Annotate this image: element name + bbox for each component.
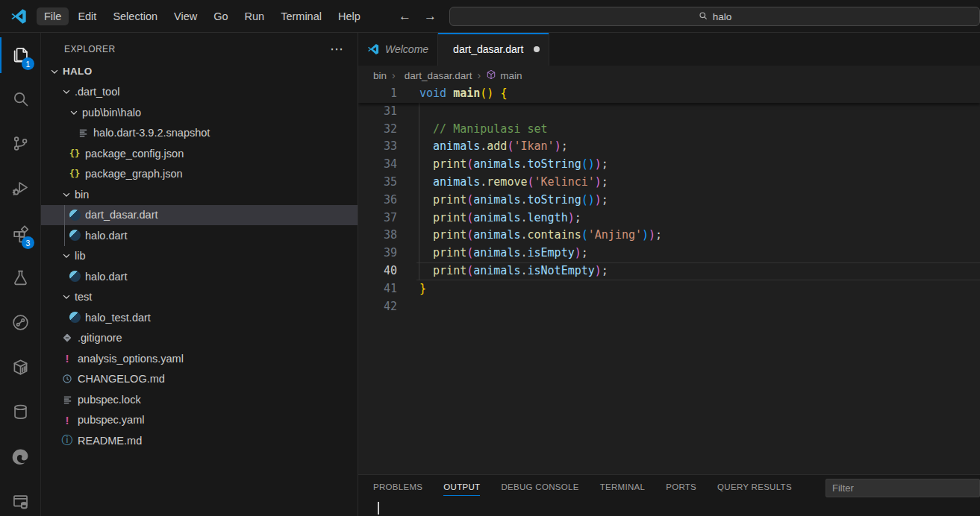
- panel-tab-output[interactable]: OUTPUT: [443, 479, 480, 496]
- menu-item-help[interactable]: Help: [331, 7, 368, 25]
- bottom-panel: PROBLEMSOUTPUTDEBUG CONSOLETERMINALPORTS…: [358, 474, 980, 516]
- code-line-36[interactable]: 36 print(animals.toString());: [358, 192, 980, 210]
- line-number: 39: [358, 245, 416, 262]
- activity-package-explorer[interactable]: [0, 346, 40, 391]
- output-filter-input[interactable]: [825, 479, 980, 497]
- breadcrumb-label: main: [500, 70, 522, 81]
- code-line-38[interactable]: 38 print(animals.contains('Anjing'));: [358, 227, 980, 245]
- tab-dart-dasar.dart[interactable]: dart_dasar.dart: [438, 33, 549, 66]
- sticky-scroll-line[interactable]: 1void main() {: [358, 85, 980, 103]
- tree-item-pubspec.yaml[interactable]: !pubspec.yaml: [41, 410, 358, 431]
- tree-item-dart-dasar.dart[interactable]: dart_dasar.dart: [41, 205, 358, 226]
- tree-item-label: pubspec.lock: [78, 394, 141, 406]
- line-content[interactable]: }: [416, 280, 980, 298]
- vscode-window: FileEditSelectionViewGoRunTerminalHelp ←…: [0, 0, 980, 516]
- tree-item-readme.md[interactable]: ⓘREADME.md: [41, 430, 358, 451]
- views-more-icon[interactable]: ⋯: [330, 41, 344, 57]
- breadcrumb-item-dart-dasar.dart[interactable]: dart_dasar.dart: [401, 70, 472, 81]
- tree-item-pub-bin-halo[interactable]: pub\bin\halo: [41, 102, 358, 123]
- menu-item-view[interactable]: View: [166, 7, 205, 25]
- menu-item-selection[interactable]: Selection: [105, 7, 165, 25]
- line-content[interactable]: animals.add('Ikan');: [416, 138, 980, 156]
- modified-dot-icon[interactable]: [534, 46, 540, 52]
- menu-item-go[interactable]: Go: [206, 7, 235, 25]
- tab-welcome[interactable]: Welcome: [358, 33, 438, 66]
- tree-item-.dart-tool[interactable]: .dart_tool: [41, 82, 358, 103]
- activity-testing[interactable]: [0, 257, 40, 301]
- json-file-icon: {}: [69, 148, 81, 159]
- line-content[interactable]: [416, 298, 980, 316]
- panel-tab-terminal[interactable]: TERMINAL: [600, 479, 646, 496]
- editor-group: Welcomedart_dasar.dart bin›dart_dasar.da…: [358, 33, 980, 516]
- activity-source-control[interactable]: [0, 122, 40, 167]
- yaml-file-icon: !: [61, 352, 73, 365]
- tree-item-package-graph.json[interactable]: {}package_graph.json: [41, 164, 358, 185]
- line-content[interactable]: print(animals.toString());: [416, 156, 980, 174]
- breadcrumb-item-bin[interactable]: bin: [373, 70, 387, 81]
- menu-item-terminal[interactable]: Terminal: [273, 7, 329, 25]
- tree-item-halo.dart-3.9.2.snapshot[interactable]: halo.dart-3.9.2.snapshot: [41, 123, 358, 144]
- breadcrumb-item-main[interactable]: main: [486, 69, 522, 82]
- code-line-40[interactable]: 40 print(animals.isNotEmpty);: [358, 262, 980, 280]
- code-line-33[interactable]: 33 animals.add('Ikan');: [358, 138, 980, 156]
- tree-item-.gitignore[interactable]: .gitignore: [41, 328, 358, 349]
- code-line-41[interactable]: 41}: [358, 280, 980, 298]
- command-center-search[interactable]: halo: [449, 7, 980, 26]
- line-number: 1: [358, 85, 416, 103]
- tree-item-test[interactable]: test: [41, 287, 358, 308]
- code-line-31[interactable]: 31: [358, 103, 980, 121]
- sql-projects-icon: [10, 491, 31, 515]
- activity-edge-devtools[interactable]: [0, 435, 40, 480]
- line-number: 38: [358, 227, 416, 245]
- panel-tab-debug-console[interactable]: DEBUG CONSOLE: [501, 479, 578, 496]
- activity-database[interactable]: [0, 391, 40, 435]
- tree-item-halo.dart[interactable]: halo.dart: [41, 266, 358, 287]
- line-content[interactable]: animals.remove('Kelinci');: [416, 174, 980, 192]
- menu-item-run[interactable]: Run: [237, 7, 272, 25]
- activity-extensions[interactable]: 3: [0, 212, 40, 257]
- line-content[interactable]: print(animals.length);: [416, 210, 980, 227]
- tree-item-package-config.json[interactable]: {}package_config.json: [41, 143, 358, 164]
- code-line-35[interactable]: 35 animals.remove('Kelinci');: [358, 174, 980, 192]
- line-content[interactable]: [416, 103, 980, 121]
- tree-item-pubspec.lock[interactable]: pubspec.lock: [41, 389, 358, 410]
- navigate-back-icon[interactable]: ←: [399, 7, 411, 25]
- line-content[interactable]: // Manipulasi set: [416, 121, 980, 139]
- line-number: 34: [358, 156, 416, 174]
- tree-item-lib[interactable]: lib: [41, 246, 358, 267]
- menu-item-file[interactable]: File: [37, 7, 69, 25]
- explorer-title: EXPLORER: [64, 44, 116, 54]
- code-line-39[interactable]: 39 print(animals.isEmpty);: [358, 245, 980, 262]
- code-editor[interactable]: 1void main() { 3132 // Manipulasi set33 …: [358, 85, 980, 474]
- activity-run-and-debug[interactable]: [0, 167, 40, 212]
- code-line-34[interactable]: 34 print(animals.toString());: [358, 156, 980, 174]
- panel-tab-ports[interactable]: PORTS: [666, 479, 696, 496]
- line-content[interactable]: print(animals.toString());: [416, 192, 980, 210]
- activity-search[interactable]: [0, 78, 40, 122]
- tree-item-halo-test.dart[interactable]: halo_test.dart: [41, 307, 358, 328]
- tree-item-label: pubspec.yaml: [78, 414, 144, 426]
- activity-explorer[interactable]: 1: [0, 33, 40, 78]
- tree-item-label: .dart_tool: [75, 86, 119, 98]
- line-content[interactable]: print(animals.isEmpty);: [416, 245, 980, 262]
- code-line-32[interactable]: 32 // Manipulasi set: [358, 121, 980, 139]
- line-content[interactable]: void main() {: [416, 85, 980, 103]
- panel-tab-query-results[interactable]: QUERY RESULTS: [717, 479, 792, 496]
- code-line-42[interactable]: 42: [358, 298, 980, 316]
- navigate-forward-icon[interactable]: →: [424, 7, 437, 25]
- activity-sql-projects[interactable]: [0, 480, 40, 516]
- line-content[interactable]: print(animals.isNotEmpty);: [416, 262, 980, 280]
- tree-item-bin[interactable]: bin: [41, 184, 358, 205]
- tree-item-halo.dart[interactable]: halo.dart: [41, 225, 358, 246]
- tree-item-changelog.md[interactable]: CHANGELOG.md: [41, 369, 358, 390]
- tree-item-analysis-options.yaml[interactable]: !analysis_options.yaml: [41, 348, 358, 369]
- tree-item-label: package_graph.json: [85, 168, 183, 180]
- tree-item-halo[interactable]: HALO: [41, 61, 358, 82]
- menu-item-edit[interactable]: Edit: [70, 7, 104, 25]
- breadcrumb-label: bin: [373, 70, 387, 81]
- code-line-37[interactable]: 37 print(animals.length);: [358, 210, 980, 227]
- line-content[interactable]: print(animals.contains('Anjing'));: [416, 227, 980, 245]
- code-line-1[interactable]: 1void main() {: [358, 85, 980, 103]
- panel-tab-problems[interactable]: PROBLEMS: [373, 479, 422, 496]
- activity-dart-devtools[interactable]: [0, 301, 40, 346]
